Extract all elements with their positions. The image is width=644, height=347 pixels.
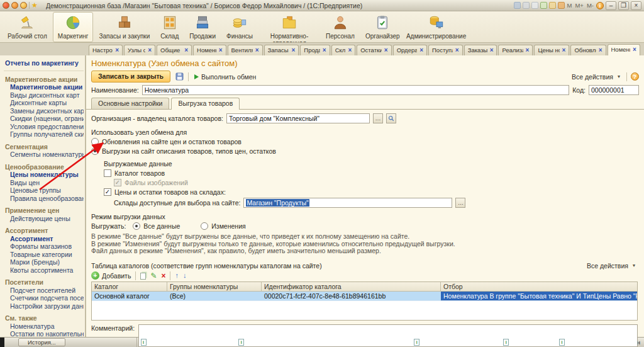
checkbox-prices-row[interactable]: Цены и остатки товаров на складах: <box>104 188 638 196</box>
sidebar-item[interactable]: Марки (Бренды) <box>4 259 84 267</box>
window-tab[interactable]: Цены ном... <box>534 45 569 55</box>
add-favorite-icon[interactable] <box>540 2 547 9</box>
tab-goods-upload[interactable]: Выгрузка товаров <box>171 98 240 110</box>
window-tab[interactable]: Обновлен... <box>570 45 606 55</box>
section-administration[interactable]: Администрирование <box>406 12 467 42</box>
tab-close-icon[interactable] <box>348 47 352 53</box>
column-header[interactable]: Отбор <box>441 282 637 291</box>
checkbox-prices-stock[interactable] <box>104 188 111 196</box>
window-tab[interactable]: Запасы и ... <box>264 45 299 55</box>
column-header[interactable]: Идентификатор каталога <box>262 282 441 291</box>
tab-close-icon[interactable] <box>599 47 602 53</box>
code-input[interactable]: 000000001 <box>589 85 639 95</box>
sidebar-item[interactable]: Ассортимент <box>4 235 84 243</box>
sidebar-item[interactable]: Номенклатура <box>4 322 84 331</box>
save-record-icon[interactable] <box>174 72 185 82</box>
tab-close-icon[interactable] <box>115 47 119 53</box>
tab-close-icon[interactable] <box>148 47 152 53</box>
organization-search-icon[interactable] <box>386 113 396 123</box>
sidebar-item[interactable]: Счетчики подсчета посетителей <box>4 295 84 303</box>
section-organizer[interactable]: Органайзер <box>360 12 405 42</box>
favorites-star-icon[interactable]: ★ <box>29 2 40 9</box>
cell-selection[interactable]: Номенклатура В группе "Бытовая техника" … <box>441 292 637 300</box>
move-up-icon[interactable] <box>175 272 179 279</box>
cell-groups[interactable]: (Все) <box>167 292 262 300</box>
sidebar-item[interactable]: Цены номенклатуры <box>4 171 84 179</box>
radio-update-row[interactable]: Обновления на сайте цен и остатков товар… <box>91 138 638 145</box>
organization-input[interactable]: Торговый дом "Комплексный" <box>226 113 370 123</box>
sidebar-item[interactable]: Дисконтные карты <box>4 100 84 108</box>
tab-close-icon[interactable] <box>490 47 494 53</box>
window-tab[interactable]: Реализац... <box>498 45 533 55</box>
sidebar-item[interactable]: Отчеты по маркетингу <box>4 59 84 71</box>
save-icon[interactable] <box>514 2 521 9</box>
radio-changes[interactable] <box>201 222 208 230</box>
tab-close-icon[interactable] <box>384 47 388 53</box>
sidebar-item[interactable]: Правила ценообразования <box>4 195 84 203</box>
cell-catalog[interactable]: Основной каталог <box>92 292 167 300</box>
window-tab[interactable]: Склад <box>331 45 356 55</box>
calendar-icon[interactable] <box>558 2 565 9</box>
sidebar-item[interactable]: Квоты ассортимента <box>4 266 84 275</box>
sidebar-item[interactable]: Действующие цены <box>4 215 84 223</box>
tab-close-icon[interactable] <box>255 47 259 53</box>
minimize-button[interactable]: – <box>606 1 616 10</box>
window-tab[interactable]: Общие на... <box>157 45 192 55</box>
close-button[interactable]: × <box>631 1 641 10</box>
tab-close-icon[interactable] <box>323 47 326 53</box>
sidebar-item[interactable]: Настройки загрузки данных счетчиков... <box>4 302 84 310</box>
sidebar-item[interactable]: Скидки (наценки, ограничения) <box>4 115 84 123</box>
save-and-close-button[interactable]: Записать и закрыть <box>91 71 170 82</box>
tab-close-icon[interactable] <box>291 47 295 53</box>
checkbox-catalog-row[interactable]: Каталог товаров <box>104 169 638 177</box>
sidebar-item[interactable]: Сегменты номенклатуры <box>4 151 84 159</box>
warehouses-choose-button[interactable]: … <box>455 198 465 208</box>
catalog-table-empty-area[interactable] <box>92 301 637 320</box>
calculator-icon[interactable] <box>549 2 556 9</box>
quick-launch-icon-yellow[interactable] <box>20 2 27 9</box>
print-icon[interactable] <box>523 2 530 9</box>
radio-update[interactable] <box>91 138 99 145</box>
tab-close-icon[interactable] <box>219 47 223 53</box>
sidebar-item[interactable]: Форматы магазинов <box>4 243 84 251</box>
quick-launch-icon-orange[interactable] <box>11 2 18 9</box>
memory-recall-button[interactable]: M <box>567 2 573 9</box>
radio-upload-row[interactable]: Выгрузки на сайт описания товаров, типов… <box>91 147 638 155</box>
section-sales[interactable]: Продажи <box>184 12 221 42</box>
window-tab[interactable]: Ордера н... <box>393 45 427 55</box>
sidebar-item[interactable]: Маркетинговые акции <box>4 84 84 92</box>
all-actions-button[interactable]: Все действия <box>569 72 623 81</box>
add-row-button[interactable]: Добавить <box>91 271 131 280</box>
history-button[interactable]: История... <box>18 338 65 346</box>
window-tab[interactable]: Поступле... <box>428 45 463 55</box>
section-finance[interactable]: Финансы <box>221 12 258 42</box>
sidebar-item[interactable]: Замены дисконтных карт <box>4 107 84 115</box>
section-master-data[interactable]: Нормативно-справочная информация <box>258 12 320 42</box>
window-tab[interactable]: Вентилято... <box>228 45 263 55</box>
sidebar-item[interactable]: Подсчет посетителей <box>4 287 84 295</box>
tab-close-icon[interactable] <box>455 47 459 53</box>
catalog-table-row[interactable]: Основной каталог (Все) 00020c71-fcf2-407… <box>92 292 637 301</box>
tab-close-icon[interactable] <box>526 47 530 53</box>
section-inventory-purchasing[interactable]: Запасы и закупки <box>94 12 155 42</box>
move-down-icon[interactable] <box>183 272 187 279</box>
radio-upload[interactable] <box>91 147 99 155</box>
help-icon[interactable] <box>631 72 639 81</box>
memory-subtract-button[interactable]: M- <box>586 2 594 9</box>
name-input[interactable]: Номенклатура <box>142 85 570 95</box>
window-tab[interactable]: Настройк... <box>89 45 123 55</box>
column-header[interactable]: Группы номенклатуры <box>167 282 262 291</box>
sidebar-item[interactable]: Товарные категории <box>4 251 84 259</box>
restore-button[interactable]: ❐ <box>618 1 629 10</box>
section-desktop[interactable]: Рабочий стол <box>3 12 52 42</box>
checkbox-catalog[interactable] <box>104 169 111 177</box>
window-tab[interactable]: Остатки н... <box>357 45 391 55</box>
window-tab[interactable]: Заказы п... <box>464 45 497 55</box>
edit-row-icon[interactable] <box>150 272 157 280</box>
sidebar-item[interactable]: Виды дисконтных карт <box>4 91 84 100</box>
window-tab[interactable]: Номенкл... <box>608 44 640 55</box>
tab-close-icon[interactable] <box>184 47 188 53</box>
organization-choose-button[interactable]: … <box>373 113 383 123</box>
window-tab[interactable]: Узлы об... <box>124 45 155 55</box>
tab-main-settings[interactable]: Основные настройки <box>91 98 169 109</box>
